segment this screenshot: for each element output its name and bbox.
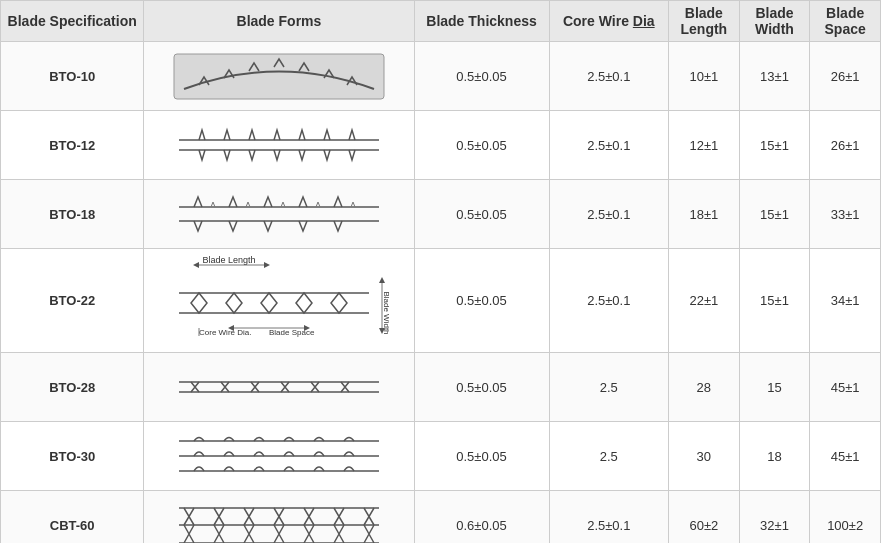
blade-diagram-cell (144, 353, 414, 422)
blade-diagram-cell (144, 180, 414, 249)
length-value: 10±1 (669, 42, 740, 111)
thickness-value: 0.5±0.05 (414, 249, 549, 353)
thickness-value: 0.5±0.05 (414, 180, 549, 249)
svg-marker-7 (264, 262, 270, 268)
space-value: 33±1 (810, 180, 881, 249)
space-value: 26±1 (810, 42, 881, 111)
bto28-svg (169, 362, 389, 412)
length-value: 22±1 (669, 249, 740, 353)
width-value: 15±1 (739, 180, 810, 249)
spec-label: BTO-12 (1, 111, 144, 180)
bto12-svg (169, 120, 389, 170)
thickness-value: 0.5±0.05 (414, 353, 549, 422)
space-value: 45±1 (810, 422, 881, 491)
bto12-diagram (150, 115, 407, 175)
core-wire-label: Core Wire (563, 13, 633, 29)
table-row: CBT-60 (1, 491, 881, 544)
thickness-value: 0.5±0.05 (414, 42, 549, 111)
thickness-value: 0.6±0.05 (414, 491, 549, 544)
width-value: 15±1 (739, 111, 810, 180)
width-value: 32±1 (739, 491, 810, 544)
spec-label: BTO-30 (1, 422, 144, 491)
header-spec: Blade Specification (1, 1, 144, 42)
table-row: BTO-10 (1, 42, 881, 111)
core-wire-dia: Dia (633, 13, 655, 29)
width-value: 13±1 (739, 42, 810, 111)
blade-space-annotation: Blade Space (269, 328, 315, 337)
thickness-value: 0.5±0.05 (414, 422, 549, 491)
core-wire-annotation: Core Wire Dia. (199, 328, 251, 337)
spec-label: BTO-22 (1, 249, 144, 353)
length-value: 18±1 (669, 180, 740, 249)
header-length: Blade Length (669, 1, 740, 42)
blade-diagram-cell (144, 422, 414, 491)
bto28-diagram (150, 357, 407, 417)
table-row: BTO-22 Blade Length Blade Width (1, 249, 881, 353)
header-core: Core Wire Dia (549, 1, 668, 42)
header-forms: Blade Forms (144, 1, 414, 42)
cbt60-svg (169, 493, 389, 544)
spec-label: BTO-28 (1, 353, 144, 422)
bto22-svg: Blade Length Blade Width (169, 253, 389, 348)
core-value: 2.5±0.1 (549, 111, 668, 180)
core-value: 2.5±0.1 (549, 180, 668, 249)
header-thickness: Blade Thickness (414, 1, 549, 42)
blade-length-annotation: Blade Length (202, 255, 255, 265)
length-value: 30 (669, 422, 740, 491)
bto10-svg (169, 49, 389, 104)
header-space: Blade Space (810, 1, 881, 42)
spec-label: BTO-10 (1, 42, 144, 111)
cbt60-diagram (150, 495, 407, 543)
width-value: 15±1 (739, 249, 810, 353)
svg-marker-9 (379, 277, 385, 283)
table-row: BTO-28 0.5±0.05 2 (1, 353, 881, 422)
core-value: 2.5±0.1 (549, 249, 668, 353)
space-value: 34±1 (810, 249, 881, 353)
table-row: BTO-12 (1, 111, 881, 180)
bto18-diagram (150, 184, 407, 244)
blade-diagram-cell: Blade Length Blade Width (144, 249, 414, 353)
space-value: 26±1 (810, 111, 881, 180)
spec-label: BTO-18 (1, 180, 144, 249)
width-value: 18 (739, 422, 810, 491)
bto30-diagram (150, 426, 407, 486)
header-width: Blade Width (739, 1, 810, 42)
space-value: 100±2 (810, 491, 881, 544)
blade-spec-table: Blade Specification Blade Forms Blade Th… (0, 0, 881, 543)
core-value: 2.5 (549, 422, 668, 491)
core-value: 2.5±0.1 (549, 491, 668, 544)
space-value: 45±1 (810, 353, 881, 422)
bto10-diagram (150, 46, 407, 106)
bto30-svg (169, 426, 389, 486)
blade-diagram-cell (144, 42, 414, 111)
width-value: 15 (739, 353, 810, 422)
thickness-value: 0.5±0.05 (414, 111, 549, 180)
spec-label: CBT-60 (1, 491, 144, 544)
bto22-diagram: Blade Length Blade Width (169, 253, 389, 348)
blade-diagram-cell (144, 111, 414, 180)
core-value: 2.5 (549, 353, 668, 422)
bto18-svg (169, 189, 389, 239)
svg-marker-6 (193, 262, 199, 268)
table-row: BTO-30 (1, 422, 881, 491)
length-value: 12±1 (669, 111, 740, 180)
length-value: 28 (669, 353, 740, 422)
length-value: 60±2 (669, 491, 740, 544)
table-row: BTO-18 (1, 180, 881, 249)
core-value: 2.5±0.1 (549, 42, 668, 111)
blade-diagram-cell (144, 491, 414, 544)
